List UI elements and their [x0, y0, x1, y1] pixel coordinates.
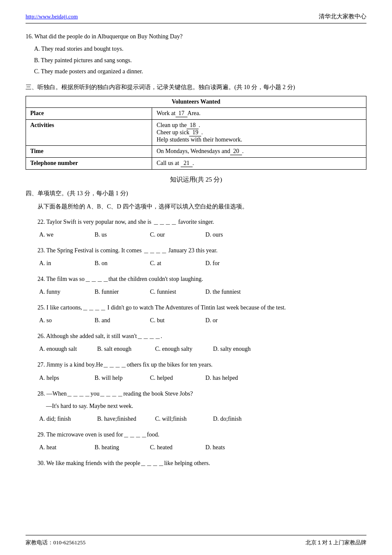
q23-optD: D. for: [205, 257, 248, 269]
q29-options: A. heat B. heating C. heated D. heats: [26, 442, 366, 454]
blank-21: 21: [181, 160, 193, 167]
website-link[interactable]: http://www.beidajj.com: [26, 13, 78, 20]
q23-optC: C. at: [150, 257, 193, 269]
q16-optC: C. They made posters and organized a din…: [34, 66, 366, 78]
table-cell-place-label: Place: [26, 108, 152, 120]
q23-optB: B. on: [95, 257, 137, 269]
question-30-block: 30. We like making friends with the peop…: [26, 458, 366, 468]
question-27-block: 27. Jimmy is a kind boy.He＿＿＿＿others fix…: [26, 359, 366, 384]
question-25-block: 25. I like cartoons,＿＿＿＿ I didn't go to …: [26, 302, 366, 327]
q28-optB: B. have;finished: [97, 413, 148, 425]
q28-text: 28. —When＿＿＿＿you＿＿＿＿reading the book Ste…: [26, 388, 366, 399]
q23-optA: A. in: [39, 257, 82, 269]
q24-optA: A. funny: [39, 286, 82, 298]
q27-optA: A. helps: [39, 372, 82, 384]
footer-phone: 家教电话：010-62561255: [26, 539, 86, 546]
q22-options: A. we B. us C. our D. ours: [26, 229, 366, 241]
page-footer: 家教电话：010-62561255 北京１对１上门家教品牌: [26, 535, 366, 546]
q25-optA: A. so: [39, 315, 82, 327]
page: http://www.beidajj.com 清华北大家教中心 16. What…: [0, 0, 392, 555]
q28-subtext: —It's hard to say. Maybe next week.: [26, 401, 366, 411]
q22-text: 22. Taylor Swift is very popular now, an…: [26, 217, 366, 227]
activity-1: Clean up the18.: [156, 122, 362, 129]
q24-options: A. funny B. funnier C. funniest D. the f…: [26, 286, 366, 298]
blank-18: 18: [187, 122, 199, 129]
q16-text: 16. What did the people do in Albuquerqu…: [26, 31, 366, 42]
q26-optB: B. salt enough: [97, 343, 148, 355]
page-header: http://www.beidajj.com 清华北大家教中心: [26, 13, 366, 23]
q25-options: A. so B. and C. but D. or: [26, 315, 366, 327]
question-16-block: 16. What did the people do in Albuquerqu…: [26, 31, 366, 78]
q26-optA: A. enouugh salt: [39, 343, 90, 355]
question-22-block: 22. Taylor Swift is very popular now, an…: [26, 217, 366, 241]
q28-optA: A. did; finish: [39, 413, 90, 425]
q24-optC: C. funniest: [150, 286, 193, 298]
q22-optC: C. our: [150, 229, 193, 241]
q16-options: A. They read stories and bought toys. B.…: [26, 43, 366, 78]
table-cell-phone-label: Telephone number: [26, 158, 152, 170]
question-29-block: 29. The microwave oven is used for＿＿＿＿fo…: [26, 429, 366, 454]
q26-text: 26. Although she added salt, it still wa…: [26, 331, 366, 341]
footer-brand: 北京１对１上门家教品牌: [306, 539, 366, 546]
section4-instruction: 从下面各题所给的 A、B、C、D 四个选项中，选择可以填入空白处的最佳选项。: [26, 201, 366, 212]
q29-optB: B. heating: [95, 442, 137, 454]
q26-options: A. enouugh salt B. salt enough C. enough…: [26, 343, 366, 355]
q29-optD: D. heats: [205, 442, 248, 454]
q28-optC: C. will;finish: [155, 413, 206, 425]
section4-title: 四、单项填空。(共 13 分，每小题 1 分): [26, 188, 366, 199]
q24-text: 24. The film was so＿＿＿＿that the children…: [26, 274, 366, 284]
q25-text: 25. I like cartoons,＿＿＿＿ I didn't go to …: [26, 302, 366, 313]
volunteers-table: Volunteers Wanted Place Work at17Area. A…: [26, 96, 366, 170]
q16-optA: A. They read stories and bought toys.: [34, 43, 366, 55]
activity-3: Help students with their homework.: [156, 136, 362, 143]
q27-optD: D. has helped: [205, 372, 248, 384]
q24-optB: B. funnier: [95, 286, 137, 298]
table-row: Activities Clean up the18. Cheer up sick…: [26, 120, 366, 146]
q25-optD: D. or: [205, 315, 248, 327]
q22-optD: D. ours: [205, 229, 248, 241]
question-26-block: 26. Although she added salt, it still wa…: [26, 331, 366, 355]
activity-2: Cheer up sick19.: [156, 129, 362, 136]
table-header: Volunteers Wanted: [26, 96, 366, 108]
table-cell-phone-value: Call us at 21.: [152, 158, 366, 170]
q30-text: 30. We like making friends with the peop…: [26, 458, 366, 468]
table-row: Time On Mondays, Wednesdays and20.: [26, 146, 366, 158]
table-cell-place-value: Work at17Area.: [152, 108, 366, 120]
zhishi-section-title: 知识运用(共 25 分): [26, 176, 366, 184]
question-23-block: 23. The Spring Festival is coming. It co…: [26, 245, 366, 269]
table-cell-time-value: On Mondays, Wednesdays and20.: [152, 146, 366, 158]
blank-17: 17: [176, 110, 187, 117]
q29-optC: C. heated: [150, 442, 193, 454]
q27-optC: C. helped: [150, 372, 193, 384]
table-cell-time-label: Time: [26, 146, 152, 158]
question-28-block: 28. —When＿＿＿＿you＿＿＿＿reading the book Ste…: [26, 388, 366, 425]
q26-optD: D. salty enough: [213, 343, 264, 355]
org-name: 清华北大家教中心: [319, 13, 366, 20]
section3-header: 三、听独白。根据所听到的独白内容和提示词语，记录关键信息。独白读两遍。(共 10…: [26, 82, 366, 92]
q27-text: 27. Jimmy is a kind boy.He＿＿＿＿others fix…: [26, 359, 366, 370]
blank-20: 20: [230, 148, 242, 155]
table-row: Telephone number Call us at 21.: [26, 158, 366, 170]
q24-optD: D. the funniest: [205, 286, 248, 298]
q23-text: 23. The Spring Festival is coming. It co…: [26, 245, 366, 256]
table-cell-activities-label: Activities: [26, 120, 152, 146]
q27-options: A. helps B. will help C. helped D. has h…: [26, 372, 366, 384]
q22-optB: B. us: [95, 229, 137, 241]
q22-optA: A. we: [39, 229, 82, 241]
q25-optB: B. and: [95, 315, 137, 327]
q26-optC: C. enough salty: [155, 343, 206, 355]
q27-optB: B. will help: [95, 372, 137, 384]
q28-optD: D. do;finish: [213, 413, 264, 425]
table-row: Place Work at17Area.: [26, 108, 366, 120]
q28-options: A. did; finish B. have;finished C. will;…: [26, 413, 366, 425]
blank-19: 19: [189, 129, 201, 136]
q29-optA: A. heat: [39, 442, 82, 454]
q25-optC: C. but: [150, 315, 193, 327]
table-cell-activities-value: Clean up the18. Cheer up sick19. Help st…: [152, 120, 366, 146]
q23-options: A. in B. on C. at D. for: [26, 257, 366, 269]
q16-optB: B. They painted pictures and sang songs.: [34, 55, 366, 66]
question-24-block: 24. The film was so＿＿＿＿that the children…: [26, 274, 366, 298]
q29-text: 29. The microwave oven is used for＿＿＿＿fo…: [26, 429, 366, 440]
